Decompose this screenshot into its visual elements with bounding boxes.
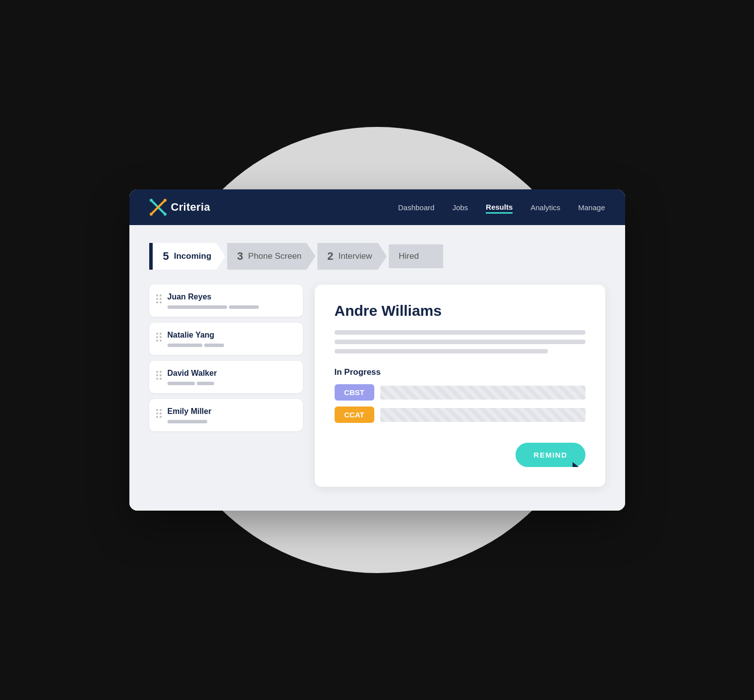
detail-panel: Andre Williams In Progress CBST CCAT <box>315 285 605 487</box>
svg-point-4 <box>164 199 167 202</box>
stage-phone-screen[interactable]: 3 Phone Screen <box>227 243 315 270</box>
stage-active-bar <box>149 243 153 270</box>
stage-phone-label: Phone Screen <box>248 251 302 261</box>
nav-manage[interactable]: Manage <box>578 201 605 214</box>
logo-text: Criteria <box>171 201 210 214</box>
candidate-bars-2 <box>168 382 295 385</box>
svg-point-5 <box>150 213 153 216</box>
detail-line-3 <box>335 349 548 353</box>
candidate-info-2: David Walker <box>168 369 295 385</box>
detail-candidate-name: Andre Williams <box>335 302 585 319</box>
pipeline: 5 Incoming 3 Phone Screen 2 Interview Hi… <box>149 243 605 270</box>
outer-background: Criteria Dashboard Jobs Results Analytic… <box>0 0 754 700</box>
stage-interview[interactable]: 2 Interview <box>317 243 387 270</box>
stage-incoming-label: Incoming <box>174 251 212 261</box>
assessment-row-ccat: CCAT <box>335 407 585 423</box>
detail-line-1 <box>335 330 585 335</box>
candidate-card-1[interactable]: Natalie Yang <box>149 323 303 355</box>
bar-seg-1 <box>168 382 195 385</box>
nav-analytics[interactable]: Analytics <box>530 201 560 214</box>
cursor-icon <box>572 461 580 467</box>
detail-line-2 <box>335 340 585 344</box>
assessment-row-cbst: CBST <box>335 384 585 401</box>
two-col-layout: Juan Reyes <box>149 285 605 487</box>
candidate-bars-3 <box>168 420 295 423</box>
drag-handle <box>156 371 162 380</box>
bar-seg-1 <box>168 344 202 347</box>
assessment-tag-ccat: CCAT <box>335 407 374 423</box>
bar-seg-1 <box>168 420 207 423</box>
nav-results[interactable]: Results <box>486 201 513 214</box>
bar-seg-2 <box>197 382 214 385</box>
stage-hired-label: Hired <box>399 251 419 261</box>
assessment-progress-ccat <box>380 408 585 422</box>
candidate-info-3: Emily Miller <box>168 407 295 423</box>
nav-dashboard[interactable]: Dashboard <box>398 201 434 214</box>
candidate-name-1: Natalie Yang <box>168 331 295 340</box>
candidate-card-3[interactable]: Emily Miller <box>149 399 303 431</box>
drag-handle <box>156 333 162 342</box>
stage-hired[interactable]: Hired <box>389 244 443 268</box>
candidate-name-0: Juan Reyes <box>168 292 295 301</box>
navbar: Criteria Dashboard Jobs Results Analytic… <box>129 189 625 225</box>
assessment-progress-cbst <box>380 386 585 400</box>
candidate-list: Juan Reyes <box>149 285 303 487</box>
candidate-name-2: David Walker <box>168 369 295 378</box>
stage-interview-label: Interview <box>339 251 372 261</box>
candidate-info-1: Natalie Yang <box>168 331 295 347</box>
candidate-card-2[interactable]: David Walker <box>149 361 303 393</box>
stage-incoming[interactable]: 5 Incoming <box>149 243 226 270</box>
detail-info-lines <box>335 330 585 353</box>
drag-handle <box>156 409 162 418</box>
criteria-logo-icon <box>149 198 167 216</box>
svg-point-3 <box>164 213 167 216</box>
candidate-bars-0 <box>168 305 295 309</box>
candidate-bars-1 <box>168 344 295 347</box>
logo-area: Criteria <box>149 198 210 216</box>
stage-phone-number: 3 <box>237 250 243 263</box>
stage-incoming-number: 5 <box>163 250 169 263</box>
nav-links: Dashboard Jobs Results Analytics Manage <box>398 201 605 214</box>
assessment-tag-cbst: CBST <box>335 384 374 401</box>
svg-point-2 <box>150 199 153 202</box>
bar-seg-2 <box>229 305 259 309</box>
stage-interview-number: 2 <box>327 250 333 263</box>
candidate-info-0: Juan Reyes <box>168 292 295 309</box>
candidate-name-3: Emily Miller <box>168 407 295 416</box>
main-content: 5 Incoming 3 Phone Screen 2 Interview Hi… <box>129 225 625 511</box>
drag-handle <box>156 294 162 303</box>
nav-jobs[interactable]: Jobs <box>452 201 468 214</box>
bar-seg-1 <box>168 305 227 309</box>
browser-window: Criteria Dashboard Jobs Results Analytic… <box>129 189 625 511</box>
bar-seg-2 <box>204 344 224 347</box>
candidate-card-0[interactable]: Juan Reyes <box>149 285 303 317</box>
in-progress-label: In Progress <box>335 367 585 377</box>
